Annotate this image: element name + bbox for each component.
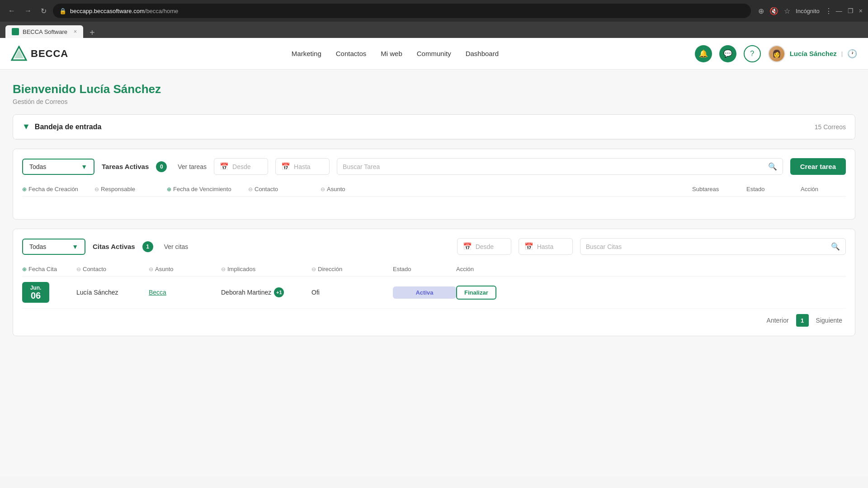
tasks-search-placeholder: Buscar Tarea	[343, 163, 380, 170]
nav-links: Marketing Contactos Mi web Community Das…	[95, 50, 694, 57]
clock-icon[interactable]: 🕐	[847, 49, 857, 59]
chat-button[interactable]: 💬	[719, 45, 736, 62]
citas-search-input[interactable]: Buscar Citas 🔍	[580, 238, 846, 255]
tab-bar: BECCA Software × +	[0, 22, 868, 38]
nav-dashboard[interactable]: Dashboard	[466, 50, 499, 57]
calendar-hasta-icon: 📅	[281, 162, 290, 171]
nav-marketing[interactable]: Marketing	[292, 50, 321, 57]
minimize-button[interactable]: —	[836, 7, 842, 14]
back-button[interactable]: ←	[5, 5, 18, 17]
bookmark-icon[interactable]: ☆	[784, 7, 790, 15]
th-accion: Acción	[801, 186, 846, 192]
citas-hasta-placeholder: Hasta	[537, 243, 554, 250]
welcome-title: Bienvenido Lucía Sánchez	[13, 82, 855, 96]
sort-icon-direccion: ⊖	[311, 266, 316, 272]
tasks-hasta-input[interactable]: 📅 Hasta	[275, 158, 330, 175]
th-cita-estado-label: Estado	[393, 266, 411, 272]
tasks-label: Tareas Activas	[102, 163, 149, 170]
th-fecha-vencimiento-label: Fecha de Vencimiento	[173, 186, 231, 192]
citas-filter-select[interactable]: Todas ▼	[22, 239, 85, 255]
crear-tarea-button[interactable]: Crear tarea	[790, 158, 846, 175]
desde-placeholder: Desde	[232, 163, 250, 170]
sort-icon-asunto: ⊖	[321, 186, 325, 192]
th-subtareas-label: Subtareas	[692, 186, 719, 192]
help-button[interactable]: ?	[744, 45, 761, 62]
tasks-empty-body	[22, 197, 846, 210]
cita-estado-badge: Activa	[393, 286, 456, 299]
address-bar[interactable]: 🔒 beccapp.beccasoftware.com/becca/home	[53, 4, 751, 18]
th-fecha-vencimiento: ⊕ Fecha de Vencimiento	[167, 186, 248, 192]
maximize-button[interactable]: ❐	[848, 7, 854, 14]
ver-tareas-link[interactable]: Ver tareas	[178, 163, 207, 170]
avatar-image: 👩	[769, 46, 784, 61]
calendar-desde-icon: 📅	[220, 162, 229, 171]
th-asunto-label: Asunto	[327, 186, 345, 192]
inbox-toggle-button[interactable]: ▼	[22, 122, 30, 131]
citas-hasta-input[interactable]: 📅 Hasta	[519, 238, 573, 255]
th-direccion-label: Dirección	[318, 266, 342, 272]
tasks-filter-select[interactable]: Todas ▼	[22, 159, 94, 175]
avatar: 👩	[768, 45, 785, 62]
nav-community[interactable]: Community	[417, 50, 451, 57]
menu-icon[interactable]: ⋮	[825, 7, 832, 15]
cita-month: Jun.	[28, 285, 44, 291]
nav-mi-web[interactable]: Mi web	[381, 50, 402, 57]
cita-direccion: Ofi	[311, 289, 393, 296]
th-cita-estado: Estado	[393, 266, 456, 272]
ver-citas-link[interactable]: Ver citas	[164, 243, 189, 250]
pagination: Anterior 1 Siguiente	[22, 309, 846, 327]
logo[interactable]: BECCA	[11, 46, 68, 62]
siguiente-button[interactable]: Siguiente	[812, 315, 846, 326]
forward-button[interactable]: →	[22, 5, 34, 17]
citas-label: Citas Activas	[93, 243, 135, 250]
welcome-section: Bienvenido Lucía Sánchez Gestión de Corr…	[13, 82, 855, 105]
inbox-count: 15 Correos	[815, 123, 846, 131]
user-profile[interactable]: 👩 Lucía Sánchez | 🕐	[768, 45, 857, 62]
cal-icon-citas-hasta: 📅	[524, 242, 533, 251]
th-accion-label: Acción	[801, 186, 818, 192]
cita-row: Jun. 06 Lucía Sánchez Becca Deborah Mart…	[22, 277, 846, 309]
new-tab-button[interactable]: +	[87, 28, 98, 38]
active-tab[interactable]: BECCA Software ×	[5, 25, 83, 38]
th-implicados: ⊖ Implicados	[221, 266, 311, 272]
tab-favicon	[12, 28, 19, 35]
tasks-section: Todas ▼ Tareas Activas 0 Ver tareas 📅 De…	[13, 149, 855, 220]
citas-desde-placeholder: Desde	[476, 243, 494, 250]
welcome-subtitle: Gestión de Correos	[13, 98, 855, 105]
citas-desde-input[interactable]: 📅 Desde	[457, 238, 511, 255]
cita-implicados-cell: Deborah Martinez +1	[221, 287, 311, 297]
tasks-desde-input[interactable]: 📅 Desde	[214, 158, 268, 175]
tasks-count-badge: 0	[156, 161, 167, 172]
bell-icon: 🔔	[699, 49, 708, 58]
close-button[interactable]: ×	[859, 7, 863, 14]
cita-asunto-link[interactable]: Becca	[149, 289, 166, 296]
refresh-button[interactable]: ↻	[38, 5, 49, 17]
th-cita-asunto-label: Asunto	[155, 266, 173, 272]
anterior-button[interactable]: Anterior	[763, 315, 793, 326]
notifications-button[interactable]: 🔔	[695, 45, 712, 62]
tab-close-button[interactable]: ×	[74, 28, 77, 35]
th-direccion: ⊖ Dirección	[311, 266, 393, 272]
cita-implicado-plus: +1	[274, 287, 284, 297]
logo-icon	[11, 46, 27, 62]
th-estado-label: Estado	[746, 186, 764, 192]
page-number[interactable]: 1	[796, 314, 809, 327]
finalizar-button[interactable]: Finalizar	[456, 286, 496, 300]
cita-contact-name: Lucía Sánchez	[76, 289, 149, 296]
tasks-filter-value: Todas	[29, 163, 46, 170]
sort-icon-fecha-cita: ⊕	[22, 266, 27, 272]
inbox-section: ▼ Bandeja de entrada 15 Correos	[13, 114, 855, 140]
th-cita-asunto: ⊖ Asunto	[149, 266, 221, 272]
main-content: Bienvenido Lucía Sánchez Gestión de Corr…	[0, 70, 868, 476]
th-fecha-cita: ⊕ Fecha Cita	[22, 266, 76, 272]
th-cita-contacto: ⊖ Contacto	[76, 266, 149, 272]
th-responsable-label: Responsable	[101, 186, 135, 192]
mute-icon[interactable]: 🔇	[769, 7, 778, 15]
welcome-username: Lucía Sánchez	[79, 82, 161, 96]
tasks-filter-arrow: ▼	[81, 163, 87, 170]
tasks-search-input[interactable]: Buscar Tarea 🔍	[337, 158, 783, 175]
th-contacto: ⊖ Contacto	[248, 186, 321, 192]
citas-section: Todas ▼ Citas Activas 1 Ver citas 📅 Desd…	[13, 229, 855, 336]
cast-icon[interactable]: ⊕	[758, 7, 764, 15]
nav-contactos[interactable]: Contactos	[336, 50, 367, 57]
